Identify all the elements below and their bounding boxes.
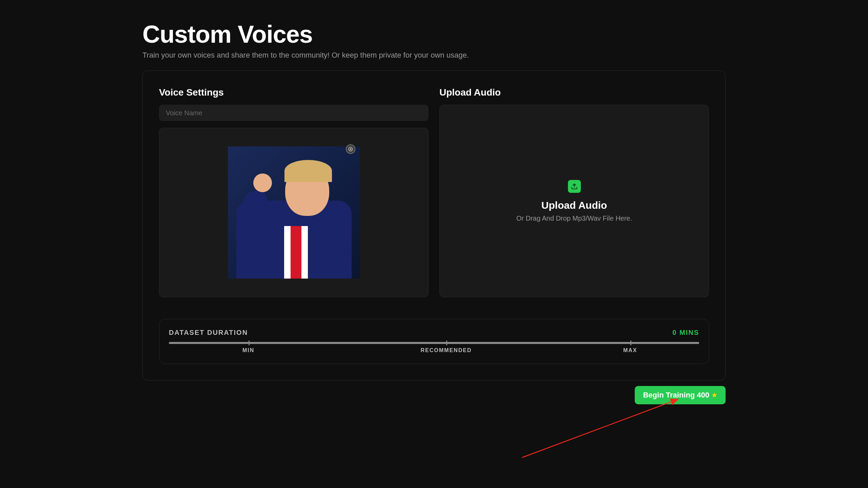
svg-line-6 [522, 399, 678, 458]
dataset-duration-card: DATASET DURATION 0 MINS MIN RECOMMENDED … [159, 319, 709, 364]
duration-tick-max [630, 341, 631, 345]
dataset-duration-label: DATASET DURATION [169, 329, 248, 337]
begin-training-cost: 400 [697, 391, 709, 400]
page-title: Custom Voices [142, 20, 726, 48]
dataset-duration-value: 0 MINS [672, 329, 699, 337]
voice-name-input[interactable] [159, 105, 429, 121]
duration-tick-min [249, 341, 250, 345]
duration-marker-max: MAX [623, 347, 637, 353]
upload-dropzone-title: Upload Audio [541, 200, 607, 211]
duration-marker-min: MIN [242, 347, 254, 353]
voice-image-card [159, 128, 429, 297]
upload-audio-column: Upload Audio Upload Audio Or Drag And Dr… [439, 87, 709, 297]
dataset-duration-bar [169, 342, 699, 344]
voice-settings-column: Voice Settings [159, 87, 429, 297]
duration-tick-recommended [446, 341, 447, 345]
upload-dropzone-subtitle: Or Drag And Drop Mp3/Wav File Here. [516, 215, 632, 222]
uploaded-voice-image [228, 146, 360, 279]
annotation-arrow [519, 396, 688, 464]
upload-audio-heading: Upload Audio [439, 87, 709, 98]
star-icon [711, 392, 717, 398]
duration-marker-recommended: RECOMMENDED [421, 347, 472, 353]
main-settings-card: Voice Settings [142, 70, 726, 381]
voice-settings-heading: Voice Settings [159, 87, 429, 98]
upload-audio-dropzone[interactable]: Upload Audio Or Drag And Drop Mp3/Wav Fi… [439, 105, 709, 297]
begin-training-button[interactable]: Begin Training 400 [635, 386, 726, 404]
remove-image-button[interactable] [346, 144, 355, 154]
svg-marker-4 [712, 393, 717, 398]
close-icon [348, 147, 353, 151]
upload-icon [568, 180, 581, 193]
page-subtitle: Train your own voices and share them to … [142, 51, 726, 60]
begin-training-label: Begin Training [643, 391, 695, 400]
